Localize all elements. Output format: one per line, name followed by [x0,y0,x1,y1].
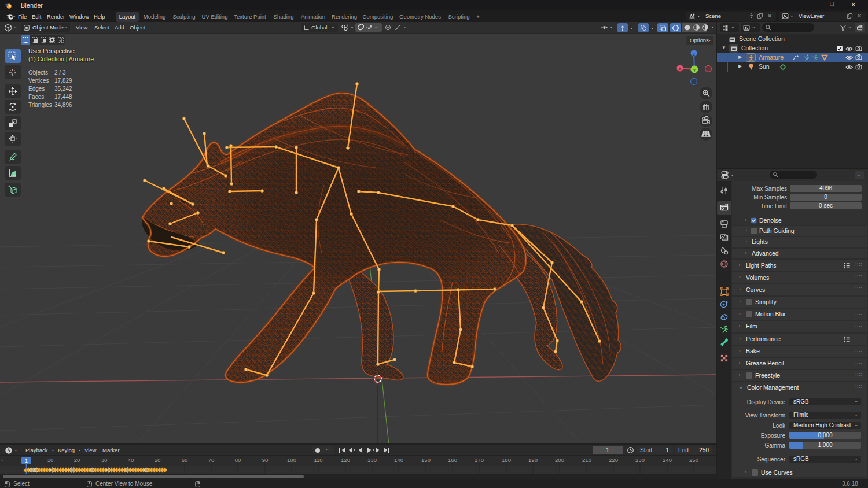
svg-text:Z: Z [693,51,696,57]
svg-text:Y: Y [693,68,696,73]
svg-text:X: X [678,66,682,72]
